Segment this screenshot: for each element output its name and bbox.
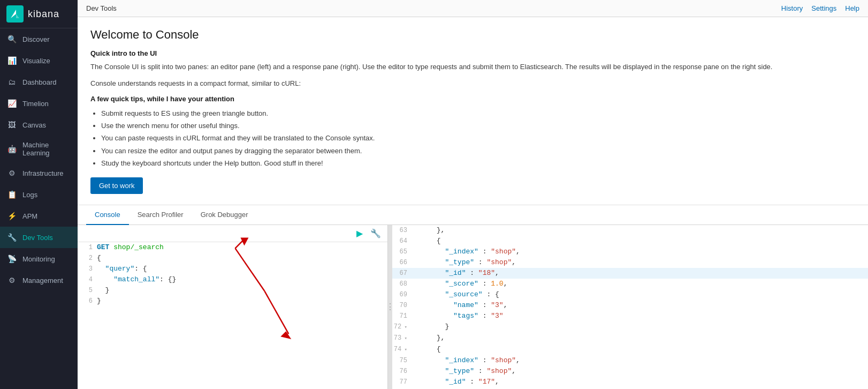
settings-link[interactable]: Settings (811, 4, 836, 12)
editor-pane: ▶ 🔧 1GET shop/_search2{3 "query": {4 "ma… (78, 225, 388, 389)
welcome-title: Welcome to Console (90, 28, 855, 42)
dashboard-label: Dashboard (22, 78, 57, 86)
tip-item: You can paste requests in cURL format an… (101, 132, 855, 144)
response-line: 73 }, (392, 333, 868, 344)
sidebar-item-canvas[interactable]: 🖼 Canvas (0, 114, 78, 136)
visualize-label: Visualize (22, 57, 50, 65)
response-line: 77 "_id" : "17", (392, 377, 868, 387)
resp-line-number: 70 (392, 300, 412, 311)
discover-label: Discover (22, 35, 50, 43)
resp-line-number: 66 (392, 257, 412, 268)
tip-item: Use the wrench menu for other useful thi… (101, 119, 855, 132)
response-line: 72 } (392, 321, 868, 333)
response-line: 67 "_id" : "18", (392, 268, 868, 279)
line-content: } (97, 285, 387, 296)
editor-line: 2{ (78, 253, 387, 264)
resp-line-content: "_score" : 1.0, (412, 279, 868, 289)
canvas-label: Canvas (22, 121, 46, 129)
logo[interactable]: kibana (0, 0, 78, 28)
resp-line-content: "_id" : "18", (412, 268, 868, 279)
sidebar-item-infrastructure[interactable]: ⚙ Infrastructure (0, 162, 78, 184)
resp-line-content: "name" : "3", (412, 300, 868, 311)
dev-tools-label: Dev Tools (22, 234, 53, 242)
response-line: 68 "_score" : 1.0, (392, 279, 868, 289)
resp-line-number: 69 (392, 289, 412, 300)
sidebar-item-monitoring[interactable]: 📡 Monitoring (0, 248, 78, 270)
line-content: } (97, 296, 387, 306)
tip-item: You can resize the editor and output pan… (101, 145, 855, 157)
topbar: Dev Tools History Settings Help (78, 0, 868, 17)
infrastructure-icon: ⚙ (6, 168, 17, 178)
pane-divider[interactable] (388, 225, 392, 389)
resp-line-number: 64 (392, 236, 412, 246)
response-line: 71 "tags" : "3" (392, 311, 868, 321)
resp-line-content: }, (412, 225, 868, 236)
line-number: 4 (78, 274, 97, 285)
tab-search-profiler[interactable]: Search Profiler (129, 205, 192, 225)
run-button[interactable]: ▶ (354, 227, 365, 240)
sidebar-item-timelion[interactable]: 📈 Timelion (0, 93, 78, 114)
resp-line-number: 74 (392, 344, 412, 355)
topbar-title: Dev Tools (86, 4, 117, 12)
resp-line-number: 67 (392, 268, 412, 279)
editor-line: 4 "match_all": {} (78, 274, 387, 285)
resp-line-number: 76 (392, 366, 412, 377)
code-editor[interactable]: 1GET shop/_search2{3 "query": {4 "match_… (78, 242, 387, 389)
editor-line: 3 "query": { (78, 264, 387, 274)
resp-line-number: 73 (392, 333, 412, 344)
help-link[interactable]: Help (845, 4, 859, 12)
monitoring-icon: 📡 (6, 253, 17, 264)
machine-learning-icon: 🤖 (6, 144, 17, 154)
response-line: 66 "_type" : "shop", (392, 257, 868, 268)
management-icon: ⚙ (6, 275, 17, 286)
sidebar-item-visualize[interactable]: 📊 Visualize (0, 50, 78, 71)
resp-line-content: "_id" : "17", (412, 377, 868, 387)
resp-line-number: 65 (392, 246, 412, 257)
welcome-tips-list: Submit requests to ES using the green tr… (90, 107, 855, 170)
tabs-bar: ConsoleSearch ProfilerGrok Debugger (78, 205, 868, 225)
tips-header: A few quick tips, while I have your atte… (90, 95, 855, 103)
get-to-work-button[interactable]: Get to work (90, 177, 143, 194)
welcome-para1: The Console UI is split into two panes: … (90, 62, 855, 73)
response-line: 78 "_score" : 1.0, (392, 387, 868, 389)
tip-item: Submit requests to ES using the green tr… (101, 107, 855, 119)
resp-line-content: }, (412, 333, 868, 343)
line-number: 5 (78, 285, 97, 296)
kibana-logo-text: kibana (28, 9, 59, 20)
resp-line-content: { (412, 236, 868, 246)
resp-line-number: 68 (392, 279, 412, 289)
sidebar-item-apm[interactable]: ⚡ APM (0, 205, 78, 227)
resp-line-number: 75 (392, 355, 412, 366)
wrench-button[interactable]: 🔧 (368, 227, 383, 240)
sidebar-item-dev-tools[interactable]: 🔧 Dev Tools (0, 227, 78, 248)
sidebar-item-machine-learning[interactable]: 🤖 Machine Learning (0, 136, 78, 162)
tip-item: Study the keyboard shortcuts under the H… (101, 157, 855, 169)
sidebar-item-management[interactable]: ⚙ Management (0, 270, 78, 291)
response-line: 65 "_index" : "shop", (392, 246, 868, 257)
sidebar-item-dashboard[interactable]: 🗂 Dashboard (0, 71, 78, 93)
resp-line-content: } (412, 321, 868, 332)
editor-line: 6} (78, 296, 387, 306)
infrastructure-label: Infrastructure (22, 169, 64, 177)
resp-line-number: 77 (392, 377, 412, 387)
sidebar-item-logs[interactable]: 📋 Logs (0, 184, 78, 205)
line-content: GET shop/_search (97, 242, 387, 253)
dashboard-icon: 🗂 (6, 77, 17, 87)
line-content: { (97, 253, 387, 264)
resp-line-content: "_type" : "shop", (412, 257, 868, 268)
resp-line-number: 63 (392, 225, 412, 236)
history-link[interactable]: History (781, 4, 803, 12)
resp-line-content: "_score" : 1.0, (412, 387, 868, 389)
welcome-para2: Console understands requests in a compac… (90, 78, 855, 89)
response-line: 74 { (392, 344, 868, 355)
editor-toolbar: ▶ 🔧 (78, 225, 387, 242)
line-number: 1 (78, 242, 97, 253)
resp-line-content: "_type" : "shop", (412, 366, 868, 377)
resp-line-content: "_index" : "shop", (412, 355, 868, 366)
sidebar-item-discover[interactable]: 🔍 Discover (0, 28, 78, 50)
line-number: 3 (78, 264, 97, 274)
tab-console[interactable]: Console (86, 205, 129, 225)
apm-icon: ⚡ (6, 211, 17, 221)
topbar-actions: History Settings Help (781, 4, 859, 12)
tab-grok-debugger[interactable]: Grok Debugger (192, 205, 257, 225)
